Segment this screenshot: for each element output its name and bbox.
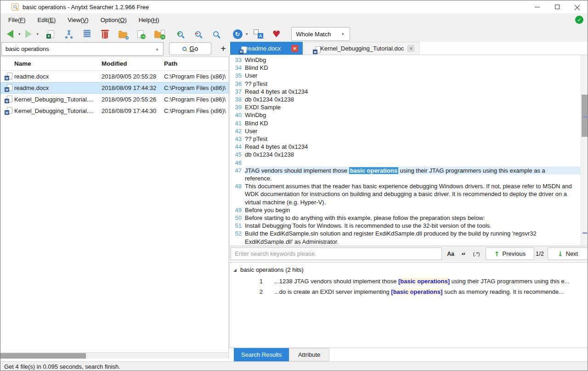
delete-button[interactable]	[99, 28, 111, 40]
file-list-header: Name Modified Path	[0, 57, 228, 71]
preview-line: 33WinDbg	[231, 56, 580, 64]
line-text: ?? pTest	[245, 80, 580, 88]
preview-line: 38db 0x1234 0x1238	[231, 96, 580, 103]
table-row[interactable]: WKernel_Debugging_Tutorial....2018/08/09…	[0, 105, 228, 117]
preview-line: 49Before you begin	[231, 206, 580, 214]
donate-button[interactable]: ♥	[271, 28, 283, 40]
line-number: 34	[231, 64, 242, 72]
line-number: 49	[231, 206, 242, 214]
line-text: JTAG vendors should implement those basi…	[245, 167, 580, 174]
menu-item-help[interactable]: Help(H)	[133, 15, 165, 25]
file-list-hscrollbar[interactable]	[0, 352, 229, 359]
line-text: db 0x1234 0x1238	[245, 96, 580, 103]
table-row[interactable]: Wreadme.docx2018/09/05 20:55:28C:\Progra…	[0, 71, 228, 82]
menu-item-edit[interactable]: Edit(E)	[32, 15, 62, 25]
line-number: 45	[231, 151, 242, 158]
bottom-tab-bar: Search Results Attribute	[229, 348, 588, 361]
match-mode-select[interactable]: Whole Match ▾	[291, 27, 350, 41]
app-window: basic operations - Anytxt Searcher 1.2.9…	[0, 0, 588, 371]
preview-vscrollbar[interactable]	[581, 55, 588, 246]
tab-attribute[interactable]: Attribute	[289, 348, 329, 361]
match-case-button[interactable]: Aa	[445, 249, 457, 259]
line-text: WinDbg	[245, 111, 580, 119]
line-text: Before starting to do anything with this…	[245, 214, 580, 222]
forward-button[interactable]	[23, 28, 34, 40]
regex-button[interactable]: (.*)	[470, 249, 482, 259]
find-keywords-input[interactable]	[231, 247, 442, 260]
maximize-button[interactable]	[547, 0, 567, 13]
result-match: [basic operations]	[391, 288, 442, 295]
line-text: Read 4 bytes at 0x1234	[245, 88, 580, 96]
refresh-index-button[interactable]: ↻	[232, 28, 243, 40]
line-number: 41	[231, 119, 242, 127]
menu-item-view[interactable]: View(V)	[62, 15, 94, 25]
preview-line: 35User	[231, 72, 580, 79]
result-index: 2	[230, 287, 263, 297]
word-file-icon: W	[5, 107, 12, 115]
column-header-path[interactable]: Path	[164, 60, 177, 67]
export-document-button[interactable]: →	[135, 28, 147, 40]
tab-search-results[interactable]: Search Results	[234, 348, 289, 361]
hscrollbar-thumb[interactable]	[0, 353, 86, 359]
column-header-name[interactable]: Name	[14, 60, 31, 67]
minimize-button[interactable]	[527, 0, 547, 13]
result-item[interactable]: 1...1238 JTAG vendors should implement t…	[230, 276, 588, 287]
menu-bar: File(F)Edit(E)View(V)Option(O)Help(H) ✓	[0, 13, 588, 26]
move-to-folder-button[interactable]: →	[153, 28, 164, 40]
add-search-tab-button[interactable]: +	[218, 44, 229, 54]
whole-word-button[interactable]: “	[458, 249, 469, 259]
back-button[interactable]	[4, 28, 16, 40]
column-header-modified[interactable]: Modified	[102, 60, 127, 67]
export-excel-button[interactable]: X	[45, 28, 57, 40]
search-button[interactable]	[210, 28, 222, 40]
search-history-caret-icon[interactable]: ▾	[156, 47, 158, 52]
tab-close-icon[interactable]: ×	[291, 45, 298, 52]
preview-line: 46	[231, 159, 580, 167]
tab-readme-docx[interactable]: W readme.docx ×	[230, 42, 303, 55]
back-dropdown-caret[interactable]: ▾	[18, 32, 21, 36]
preview-line: 34Blind KD	[231, 64, 580, 72]
document-preview[interactable]: 33WinDbg34Blind KD35User36?? pTest37Read…	[229, 55, 588, 246]
previous-button[interactable]: ↑ Previous	[486, 247, 534, 260]
window-title: basic operations - Anytxt Searcher 1.2.9…	[23, 4, 149, 11]
line-text: ?? pTest	[245, 135, 580, 143]
up-arrow-icon: ↑	[494, 250, 500, 258]
tab-close-icon[interactable]: ×	[407, 45, 414, 52]
zoom-in-button[interactable]: +	[174, 28, 186, 40]
search-icon	[213, 31, 219, 37]
refresh-dropdown-caret[interactable]: ▾	[246, 32, 248, 36]
search-input[interactable]	[2, 43, 163, 55]
line-number: 50	[231, 214, 242, 222]
table-row[interactable]: Wreadme.docx2018/08/09 17:44:32C:\Progra…	[0, 82, 228, 94]
line-text: db 0x1234 0x1238	[245, 151, 580, 158]
zoom-out-button[interactable]: −	[192, 28, 204, 40]
tree-expand-icon[interactable]: ◢	[233, 268, 237, 272]
menu-item-file[interactable]: File(F)	[2, 15, 32, 25]
preview-line: reference.	[231, 174, 580, 182]
preview-line: 40WinDbg	[231, 111, 580, 119]
go-button[interactable]: Go	[169, 42, 211, 55]
minimize-icon	[535, 7, 540, 7]
line-text: Install Debugging Tools for Windows. It …	[245, 222, 580, 230]
cut-button[interactable]	[63, 28, 75, 40]
copy-button[interactable]	[81, 28, 93, 40]
tab-kernel-debugging-tutorial[interactable]: W Kernel_Debugging_Tutorial.doc ×	[304, 42, 419, 55]
forward-icon	[25, 30, 32, 38]
result-item[interactable]: 2...do is create an EXDI server implemen…	[230, 287, 588, 297]
translate-button[interactable]: A	[253, 28, 265, 40]
menu-item-option[interactable]: Option(O)	[95, 15, 133, 25]
results-group-header[interactable]: ◢ basic operations (2 hits)	[233, 266, 588, 273]
line-number: 39	[231, 103, 242, 111]
line-text: Read 4 bytes at 0x1234	[245, 143, 580, 151]
index-status-check-icon[interactable]: ✓	[575, 16, 583, 24]
result-index: 1	[230, 276, 263, 287]
result-text: ...do is create an EXDI server implement…	[274, 287, 564, 297]
close-button[interactable]	[567, 0, 588, 13]
search-row: ▾ Go +	[0, 41, 229, 56]
line-number: 37	[231, 88, 242, 96]
table-row[interactable]: WKernel_Debugging_Tutorial....2018/09/05…	[0, 94, 228, 105]
next-button[interactable]: ↓ Next	[548, 247, 588, 260]
vscrollbar-thumb[interactable]	[582, 95, 588, 137]
open-folder-button[interactable]	[117, 28, 129, 40]
forward-dropdown-caret[interactable]: ▾	[37, 32, 39, 36]
